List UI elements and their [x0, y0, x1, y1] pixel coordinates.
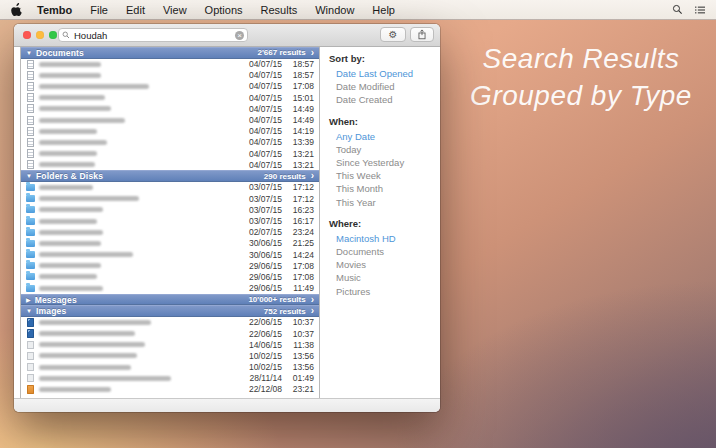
section-title: Messages [35, 295, 77, 305]
sidebar-item-this-year[interactable]: This Year [329, 196, 434, 209]
result-date: 14/06/15 [240, 340, 282, 350]
result-time: 13:21 [282, 149, 314, 159]
action-gear-button[interactable]: ⚙ [380, 27, 406, 42]
menubar-item-view[interactable]: View [163, 4, 187, 16]
result-row[interactable]: 03/07/1517:12 [21, 182, 319, 193]
share-icon [417, 29, 427, 40]
result-row[interactable]: 30/06/1514:24 [21, 249, 319, 260]
result-row[interactable]: 04/07/1517:08 [21, 81, 319, 92]
sidebar-item-music[interactable]: Music [329, 271, 434, 284]
result-row[interactable]: 22/06/1510:37 [21, 317, 319, 328]
result-date: 29/06/15 [240, 261, 282, 271]
folder-icon [25, 229, 35, 236]
redacted-filename [39, 286, 103, 291]
result-row[interactable]: 04/07/1514:19 [21, 126, 319, 137]
sidebar-item-documents[interactable]: Documents [329, 245, 434, 258]
section-header-documents[interactable]: ▼Documents2'667 results› [21, 47, 319, 59]
sidebar-item-date-modified[interactable]: Date Modified [329, 80, 434, 93]
result-date: 03/07/15 [240, 216, 282, 226]
document-icon [27, 160, 34, 169]
result-row[interactable]: 04/07/1513:21 [21, 159, 319, 170]
menubar-item-help[interactable]: Help [372, 4, 395, 16]
result-date: 04/07/15 [240, 115, 282, 125]
image-file-blue-icon [27, 318, 34, 327]
apple-menu-icon[interactable] [11, 4, 22, 16]
search-input[interactable] [72, 29, 235, 42]
redacted-filename [39, 387, 111, 392]
spotlight-search-icon[interactable] [672, 4, 683, 15]
folder-icon [26, 251, 35, 258]
menubar-item-edit[interactable]: Edit [126, 4, 145, 16]
image-file-blue-icon [27, 329, 34, 338]
minimize-button[interactable] [36, 31, 44, 39]
folder-icon [26, 273, 35, 280]
redacted-filename [39, 73, 101, 78]
result-row[interactable]: 30/06/1521:25 [21, 238, 319, 249]
sidebar-item-pictures[interactable]: Pictures [329, 284, 434, 297]
redacted-filename [39, 219, 97, 224]
clear-search-icon[interactable]: × [235, 31, 244, 40]
menubar-app-name[interactable]: Tembo [37, 4, 72, 16]
result-row[interactable]: 28/11/1401:49 [21, 373, 319, 384]
zoom-button[interactable] [49, 31, 57, 39]
window-title-bar[interactable]: × ⚙ [14, 24, 440, 47]
result-row[interactable]: 29/06/1517:08 [21, 271, 319, 282]
result-time: 23:24 [282, 227, 314, 237]
window-status-bar [14, 398, 440, 412]
result-row[interactable]: 04/07/1518:57 [21, 70, 319, 81]
result-row[interactable]: 04/07/1513:21 [21, 148, 319, 159]
sidebar-item-this-week[interactable]: This Week [329, 169, 434, 182]
result-row[interactable]: 29/06/1517:08 [21, 260, 319, 271]
result-row[interactable]: 10/02/1513:56 [21, 350, 319, 361]
image-file-icon [27, 363, 34, 371]
folder-icon [26, 285, 35, 292]
redacted-filename [39, 151, 97, 156]
document-icon [25, 82, 35, 91]
sidebar-item-date-created[interactable]: Date Created [329, 93, 434, 106]
result-row[interactable]: 10/02/1513:56 [21, 362, 319, 373]
section-header-folders-disks[interactable]: ▼Folders & Disks290 results› [21, 170, 319, 182]
result-row[interactable]: 03/07/1516:17 [21, 215, 319, 226]
result-row[interactable]: 04/07/1514:49 [21, 103, 319, 114]
result-row[interactable]: 04/07/1513:39 [21, 137, 319, 148]
result-row[interactable]: 22/12/0823:21 [21, 384, 319, 395]
section-header-images[interactable]: ▼Images752 results› [21, 305, 319, 317]
result-row[interactable]: 22/06/1510:37 [21, 328, 319, 339]
sidebar-item-today[interactable]: Today [329, 143, 434, 156]
result-date: 04/07/15 [240, 149, 282, 159]
sidebar-item-since-yesterday[interactable]: Since Yesterday [329, 156, 434, 169]
section-header-messages[interactable]: ▶Messages10'000+ results› [21, 294, 319, 306]
result-row[interactable]: 03/07/1517:12 [21, 193, 319, 204]
close-button[interactable] [23, 31, 31, 39]
redacted-filename [39, 106, 111, 111]
document-icon [25, 138, 35, 147]
menubar-item-file[interactable]: File [90, 4, 108, 16]
result-time: 17:12 [282, 194, 314, 204]
sidebar-item-any-date[interactable]: Any Date [329, 130, 434, 143]
result-row[interactable]: 14/06/1511:38 [21, 339, 319, 350]
search-field[interactable]: × [58, 28, 248, 42]
menubar-item-options[interactable]: Options [205, 4, 243, 16]
chevron-right-icon: › [311, 296, 314, 304]
folder-icon [26, 195, 35, 202]
menubar-item-results[interactable]: Results [261, 4, 298, 16]
sidebar-item-this-month[interactable]: This Month [329, 182, 434, 195]
document-icon [25, 160, 35, 169]
sidebar-group-title-sort-by: Sort by: [329, 53, 434, 64]
sidebar-item-macintosh-hd[interactable]: Macintosh HD [329, 232, 434, 245]
result-row[interactable]: 04/07/1514:49 [21, 114, 319, 125]
image-file-orange-icon [25, 385, 35, 394]
sidebar-item-date-last-opened[interactable]: Date Last Opened [329, 67, 434, 80]
notification-center-icon[interactable] [694, 5, 706, 15]
document-icon [27, 60, 34, 69]
sidebar-item-movies[interactable]: Movies [329, 258, 434, 271]
menubar-item-window[interactable]: Window [315, 4, 354, 16]
result-row[interactable]: 29/06/1511:49 [21, 283, 319, 294]
result-row[interactable]: 03/07/1516:23 [21, 204, 319, 215]
result-row[interactable]: 04/07/1518:57 [21, 59, 319, 70]
result-row[interactable]: 04/07/1515:01 [21, 92, 319, 103]
triangle-right-icon: ▶ [26, 297, 31, 303]
share-button[interactable] [410, 27, 434, 42]
folder-icon [25, 206, 35, 213]
result-row[interactable]: 02/07/1523:24 [21, 227, 319, 238]
